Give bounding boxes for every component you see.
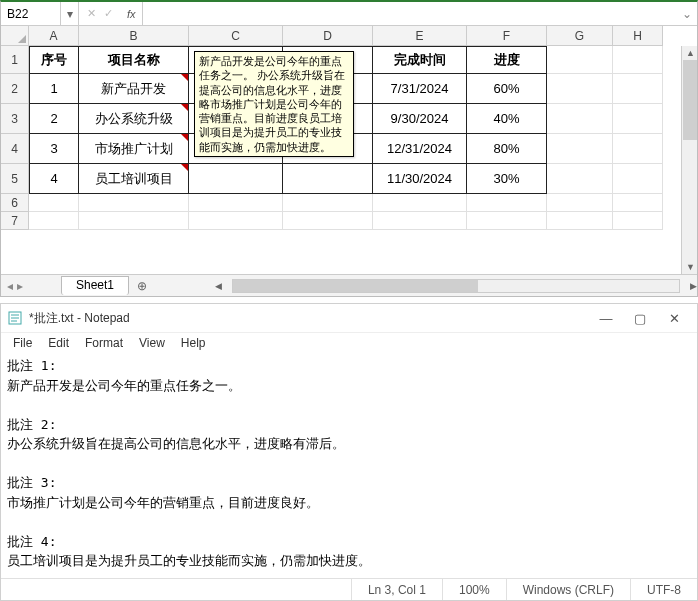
row-header[interactable]: 7 (1, 212, 29, 230)
cell[interactable]: 完成时间 (373, 46, 467, 74)
cell[interactable] (547, 134, 613, 164)
cell[interactable] (613, 212, 663, 230)
col-header[interactable]: B (79, 26, 189, 46)
notepad-window: *批注.txt - Notepad — ▢ ✕ FileEditFormatVi… (0, 303, 698, 601)
cell[interactable] (283, 164, 373, 194)
cell[interactable] (547, 194, 613, 212)
cell[interactable] (613, 104, 663, 134)
cell[interactable] (547, 212, 613, 230)
col-header[interactable]: F (467, 26, 547, 46)
menu-view[interactable]: View (131, 336, 173, 350)
fx-label[interactable]: fx (121, 8, 142, 20)
status-eol: Windows (CRLF) (506, 579, 630, 600)
col-header[interactable]: C (189, 26, 283, 46)
cell[interactable]: 新产品开发 (79, 74, 189, 104)
name-box[interactable]: B22 (1, 2, 61, 25)
cell[interactable]: 办公系统升级 (79, 104, 189, 134)
cell[interactable]: 2 (29, 104, 79, 134)
sheet-tab[interactable]: Sheet1 (61, 276, 129, 295)
cell[interactable] (79, 212, 189, 230)
formula-bar: B22 ▾ ✕ ✓ fx ⌄ (1, 2, 697, 26)
cell[interactable]: 3 (29, 134, 79, 164)
cell[interactable] (547, 164, 613, 194)
cell[interactable]: 序号 (29, 46, 79, 74)
cell[interactable]: 项目名称 (79, 46, 189, 74)
cell[interactable] (189, 212, 283, 230)
hscroll-thumb[interactable] (233, 280, 478, 292)
cell[interactable] (613, 194, 663, 212)
close-button[interactable]: ✕ (657, 311, 691, 326)
cell[interactable] (467, 212, 547, 230)
cell[interactable] (613, 46, 663, 74)
col-header[interactable]: A (29, 26, 79, 46)
cell[interactable] (373, 194, 467, 212)
name-box-dropdown[interactable]: ▾ (61, 2, 79, 25)
cell[interactable] (189, 194, 283, 212)
cell[interactable]: 员工培训项目 (79, 164, 189, 194)
cell[interactable]: 60% (467, 74, 547, 104)
cell[interactable] (283, 212, 373, 230)
scroll-left-icon[interactable]: ◀ (215, 281, 222, 291)
cell[interactable] (29, 212, 79, 230)
cell[interactable] (613, 164, 663, 194)
col-header[interactable]: E (373, 26, 467, 46)
formula-input[interactable] (142, 2, 677, 25)
worksheet-grid[interactable]: ABCDEFGH 1234567 序号项目名称负责人开始时间完成时间进度1新产品… (1, 26, 697, 274)
cell[interactable] (613, 74, 663, 104)
scroll-up-icon[interactable]: ▲ (686, 48, 695, 58)
cell[interactable]: 12/31/2024 (373, 134, 467, 164)
sheet-nav[interactable]: ◂▸ (1, 279, 61, 293)
cell[interactable] (29, 194, 79, 212)
cell[interactable]: 40% (467, 104, 547, 134)
cell[interactable] (283, 194, 373, 212)
cell[interactable]: 11/30/2024 (373, 164, 467, 194)
minimize-button[interactable]: — (589, 311, 623, 326)
row-header[interactable]: 2 (1, 74, 29, 104)
row-header[interactable]: 6 (1, 194, 29, 212)
scroll-right-icon[interactable]: ▶ (690, 281, 697, 291)
col-header[interactable]: G (547, 26, 613, 46)
cell[interactable] (547, 74, 613, 104)
cell[interactable]: 7/31/2024 (373, 74, 467, 104)
vscroll-thumb[interactable] (683, 60, 697, 140)
menu-format[interactable]: Format (77, 336, 131, 350)
cell[interactable]: 1 (29, 74, 79, 104)
row-header[interactable]: 5 (1, 164, 29, 194)
select-all-corner[interactable] (1, 26, 29, 46)
cell[interactable]: 9/30/2024 (373, 104, 467, 134)
cell[interactable] (547, 46, 613, 74)
cell[interactable]: 市场推广计划 (79, 134, 189, 164)
formula-buttons: ✕ ✓ (79, 7, 121, 20)
menu-help[interactable]: Help (173, 336, 214, 350)
notepad-textarea[interactable]: 批注 1: 新产品开发是公司今年的重点任务之一。 批注 2: 办公系统升级旨在提… (1, 352, 697, 578)
horizontal-scrollbar[interactable]: ◀ ▶ (155, 279, 697, 293)
cell[interactable] (547, 104, 613, 134)
vertical-scrollbar[interactable]: ▲ ▼ (681, 46, 697, 274)
cell[interactable]: 80% (467, 134, 547, 164)
cell[interactable]: 30% (467, 164, 547, 194)
row-header[interactable]: 4 (1, 134, 29, 164)
add-sheet-button[interactable]: ⊕ (129, 279, 155, 293)
cell[interactable]: 进度 (467, 46, 547, 74)
notepad-statusbar: Ln 3, Col 1 100% Windows (CRLF) UTF-8 (1, 578, 697, 600)
cell[interactable] (613, 134, 663, 164)
sheet-tab-bar: ◂▸ Sheet1 ⊕ ◀ ▶ (1, 274, 697, 296)
menu-file[interactable]: File (5, 336, 40, 350)
menu-edit[interactable]: Edit (40, 336, 77, 350)
cell[interactable] (79, 194, 189, 212)
cell[interactable] (189, 164, 283, 194)
row-header[interactable]: 1 (1, 46, 29, 74)
row-header[interactable]: 3 (1, 104, 29, 134)
col-header[interactable]: D (283, 26, 373, 46)
notepad-titlebar[interactable]: *批注.txt - Notepad — ▢ ✕ (1, 304, 697, 332)
maximize-button[interactable]: ▢ (623, 311, 657, 326)
accept-icon: ✓ (104, 7, 113, 20)
cancel-icon: ✕ (87, 7, 96, 20)
cell[interactable] (373, 212, 467, 230)
scroll-down-icon[interactable]: ▼ (686, 262, 695, 272)
cell[interactable]: 4 (29, 164, 79, 194)
col-header[interactable]: H (613, 26, 663, 46)
formula-expand-icon[interactable]: ⌄ (677, 7, 697, 21)
notepad-menu: FileEditFormatViewHelp (1, 332, 697, 352)
cell[interactable] (467, 194, 547, 212)
